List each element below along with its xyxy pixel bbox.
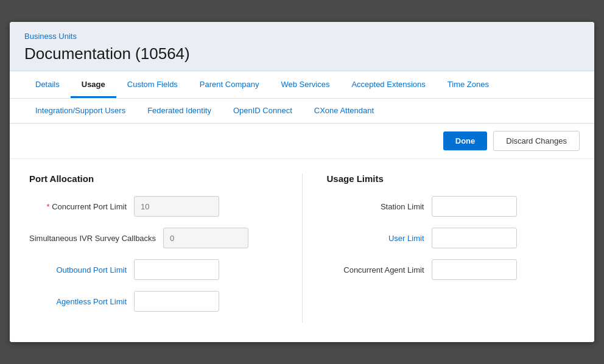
port-allocation-section: Port Allocation Concurrent Port Limit Si… <box>29 173 278 323</box>
tab-time-zones[interactable]: Time Zones <box>437 71 500 98</box>
secondary-tabs: Integration/Support Users Federated Iden… <box>10 99 594 124</box>
station-limit-label: Station Limit <box>327 202 424 211</box>
outbound-port-limit-row: Outbound Port Limit <box>29 259 278 280</box>
tab-details[interactable]: Details <box>24 71 71 98</box>
tab-federated-identity[interactable]: Federated Identity <box>136 99 222 123</box>
app-window: Business Units Documentation (10564) Det… <box>10 22 594 342</box>
tab-accepted-extensions[interactable]: Accepted Extensions <box>340 71 436 98</box>
breadcrumb[interactable]: Business Units <box>24 32 580 41</box>
user-limit-input[interactable] <box>432 228 517 248</box>
concurrent-port-limit-row: Concurrent Port Limit <box>29 196 278 217</box>
agentless-port-limit-row: Agentless Port Limit <box>29 291 278 312</box>
tab-integration-support-users[interactable]: Integration/Support Users <box>24 99 136 123</box>
concurrent-agent-limit-label: Concurrent Agent Limit <box>327 265 424 275</box>
outbound-port-limit-label: Outbound Port Limit <box>29 265 127 275</box>
toolbar: Done Discard Changes <box>10 124 594 159</box>
tab-parent-company[interactable]: Parent Company <box>189 71 270 98</box>
concurrent-agent-limit-row: Concurrent Agent Limit <box>327 259 575 280</box>
user-limit-label: User Limit <box>327 234 424 243</box>
agentless-port-limit-input[interactable] <box>134 291 219 312</box>
user-limit-row: User Limit <box>327 228 575 248</box>
tab-web-services[interactable]: Web Services <box>270 71 340 98</box>
tab-usage[interactable]: Usage <box>71 71 116 98</box>
page-title: Documentation (10564) <box>24 44 580 63</box>
simultaneous-ivr-row: Simultaneous IVR Survey Callbacks <box>29 228 278 248</box>
header: Business Units Documentation (10564) <box>10 22 594 71</box>
station-limit-row: Station Limit <box>327 196 575 217</box>
simultaneous-ivr-label: Simultaneous IVR Survey Callbacks <box>29 234 156 243</box>
discard-changes-button[interactable]: Discard Changes <box>493 131 580 151</box>
outbound-port-limit-input[interactable] <box>134 259 219 280</box>
usage-limits-section: Usage Limits Station Limit User Limit Co… <box>327 173 575 323</box>
concurrent-port-limit-input[interactable] <box>134 196 219 217</box>
concurrent-agent-limit-input[interactable] <box>432 259 517 280</box>
station-limit-input[interactable] <box>432 196 517 217</box>
tab-custom-fields[interactable]: Custom Fields <box>116 71 189 98</box>
content-area: Done Discard Changes Port Allocation Con… <box>10 124 594 342</box>
concurrent-port-limit-label: Concurrent Port Limit <box>29 202 127 211</box>
done-button[interactable]: Done <box>443 131 488 150</box>
usage-limits-title: Usage Limits <box>327 173 575 184</box>
port-allocation-title: Port Allocation <box>29 173 278 184</box>
primary-tabs: Details Usage Custom Fields Parent Compa… <box>10 71 594 99</box>
agentless-port-limit-label: Agentless Port Limit <box>29 297 127 306</box>
form-area: Port Allocation Concurrent Port Limit Si… <box>10 159 594 342</box>
simultaneous-ivr-input[interactable] <box>163 228 248 248</box>
tab-openid-connect[interactable]: OpenID Connect <box>222 99 303 123</box>
tab-cxone-attendant[interactable]: CXone Attendant <box>303 99 385 123</box>
vertical-divider <box>302 173 303 323</box>
